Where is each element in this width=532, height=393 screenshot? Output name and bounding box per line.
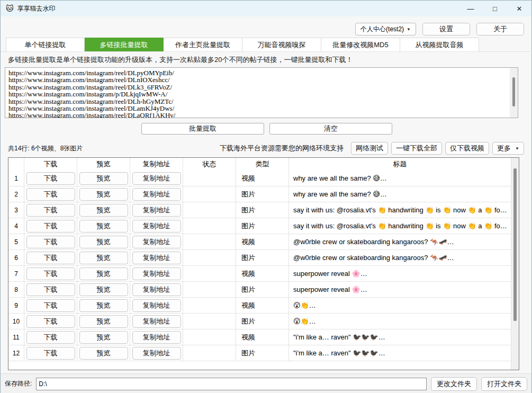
row-download-button[interactable]: 下载 <box>26 172 75 185</box>
row-status <box>183 314 236 329</box>
row-download-button[interactable]: 下载 <box>26 315 75 328</box>
row-preview-button[interactable]: 预览 <box>79 236 128 248</box>
table-scrollbar-thumb[interactable] <box>513 168 517 321</box>
row-download-button[interactable]: 下载 <box>26 236 75 248</box>
row-number: 3 <box>8 202 24 218</box>
row-preview-button[interactable]: 预览 <box>79 172 128 185</box>
row-type: 视频 <box>236 171 289 186</box>
row-status <box>183 329 236 345</box>
table-body: 1 下载 预览 复制地址 视频 why are we all the same?… <box>8 171 519 361</box>
row-preview-button[interactable]: 预览 <box>79 299 128 312</box>
row-copy-address-button[interactable]: 复制地址 <box>132 172 181 185</box>
settings-button[interactable]: 设置 <box>422 23 470 35</box>
tab-extract-audio[interactable]: 从视频提取音频 <box>400 38 479 51</box>
row-download-button[interactable]: 下载 <box>26 299 75 312</box>
row-copy-address-button[interactable]: 复制地址 <box>132 283 181 296</box>
row-download-button[interactable]: 下载 <box>26 252 75 264</box>
account-dropdown-label: 个人中心(test2) <box>360 25 404 34</box>
change-folder-button[interactable]: 更改文件夹 <box>431 377 477 391</box>
row-download-button[interactable]: 下载 <box>26 283 75 296</box>
row-type: 视频 <box>236 298 289 313</box>
row-copy-address-button[interactable]: 复制地址 <box>132 267 181 280</box>
row-preview-button[interactable]: 预览 <box>79 315 128 328</box>
window-controls: — □ ✕ <box>458 1 531 16</box>
network-hint-text: 下载海外平台资源需要您的网络环境支持 <box>220 144 344 153</box>
row-number: 6 <box>8 250 24 265</box>
more-dropdown-label: 更多 <box>497 144 511 153</box>
network-test-button[interactable]: 网络测试 <box>351 142 388 155</box>
row-copy-address-button[interactable]: 复制地址 <box>132 220 181 233</box>
row-status <box>183 250 236 265</box>
tab-author-homepage-batch-extract[interactable]: 作者主页批量提取 <box>164 38 242 51</box>
url-line: https://www.instagram.com/instagram/reel… <box>8 76 517 83</box>
row-preview-button[interactable]: 预览 <box>79 267 128 280</box>
url-line: https://www.instagram.com/instagram/reel… <box>8 69 517 76</box>
close-button[interactable]: ✕ <box>507 1 531 16</box>
row-copy-address-button[interactable]: 复制地址 <box>132 315 181 328</box>
row-status <box>183 234 236 249</box>
batch-extract-button[interactable]: 批量提取 <box>141 123 264 135</box>
row-preview-button[interactable]: 预览 <box>79 252 128 264</box>
about-button[interactable]: 关于 <box>476 23 524 35</box>
tab-multi-link-batch-extract[interactable]: 多链接批量提取 <box>85 38 164 51</box>
row-copy-address-button[interactable]: 复制地址 <box>132 204 181 217</box>
url-scrollbar[interactable] <box>510 68 518 118</box>
maximize-button[interactable]: □ <box>483 1 507 16</box>
account-dropdown[interactable]: 个人中心(test2) ▼ <box>355 23 416 35</box>
tab-universal-sniffer[interactable]: 万能音视频嗅探 <box>242 38 321 51</box>
row-type: 视频 <box>236 329 289 345</box>
row-preview-button[interactable]: 预览 <box>79 188 128 201</box>
row-status <box>183 282 236 297</box>
download-all-button[interactable]: 一键下载全部 <box>391 142 442 155</box>
row-number: 10 <box>8 314 24 329</box>
row-preview-button[interactable]: 预览 <box>79 283 128 296</box>
col-header-status: 状态 <box>183 158 236 171</box>
chevron-down-icon: ▼ <box>515 146 519 151</box>
row-title: 😲👏… <box>289 298 511 313</box>
table-row: 2 下载 预览 复制地址 图片 why are we all the same?… <box>8 186 511 202</box>
row-copy-address-button[interactable]: 复制地址 <box>132 299 181 312</box>
row-number: 4 <box>8 218 24 234</box>
table-row: 11 下载 预览 复制地址 视频 "i'm like a… raven" 🐦‍⬛… <box>8 329 511 345</box>
col-header-copy: 复制地址 <box>130 158 183 171</box>
open-folder-button[interactable]: 打开文件夹 <box>481 377 527 391</box>
row-download-button[interactable]: 下载 <box>26 267 75 280</box>
row-title: "i'm like a… raven" 🐦‍⬛🐦‍⬛🐦‍⬛… <box>289 345 511 361</box>
row-status <box>183 266 236 281</box>
row-copy-address-button[interactable]: 复制地址 <box>132 347 181 360</box>
row-download-button[interactable]: 下载 <box>26 347 75 360</box>
col-header-type: 类型 <box>236 158 289 171</box>
row-download-button[interactable]: 下载 <box>26 204 75 217</box>
col-header-title: 标题 <box>289 158 511 171</box>
row-download-button[interactable]: 下载 <box>26 220 75 233</box>
row-preview-button[interactable]: 预览 <box>79 204 128 217</box>
row-download-button[interactable]: 下载 <box>26 188 75 201</box>
window-title: 享享猫去水印 <box>17 4 56 13</box>
url-input[interactable]: https://www.instagram.com/instagram/reel… <box>5 67 518 118</box>
tab-bar: 单个链接提取 多链接批量提取 作者主页批量提取 万能音视频嗅探 批量修改视频MD… <box>6 38 479 51</box>
row-download-button[interactable]: 下载 <box>26 331 75 344</box>
row-status <box>183 345 236 361</box>
row-copy-address-button[interactable]: 复制地址 <box>132 331 181 344</box>
app-window: 🐱 享享猫去水印 — □ ✕ 个人中心(test2) ▼ 设置 关于 单个链接提… <box>0 0 532 393</box>
clear-button[interactable]: 清空 <box>269 123 392 135</box>
row-number: 2 <box>8 186 24 202</box>
row-number: 9 <box>8 298 24 313</box>
col-header-index <box>8 158 24 171</box>
save-path-input[interactable] <box>36 378 427 390</box>
download-videos-only-button[interactable]: 仅下载视频 <box>445 142 489 155</box>
url-scrollbar-thumb[interactable] <box>512 77 515 106</box>
main-content: 个人中心(test2) ▼ 设置 关于 单个链接提取 多链接批量提取 作者主页批… <box>1 16 531 393</box>
table-scrollbar[interactable] <box>511 158 519 370</box>
row-preview-button[interactable]: 预览 <box>79 347 128 360</box>
minimize-button[interactable]: — <box>458 1 483 16</box>
more-dropdown[interactable]: 更多 ▼ <box>492 142 524 155</box>
tab-single-link-extract[interactable]: 单个链接提取 <box>6 38 85 51</box>
table-row: 5 下载 预览 复制地址 视频 @w0rble crew or skateboa… <box>8 234 511 250</box>
row-preview-button[interactable]: 预览 <box>79 331 128 344</box>
row-copy-address-button[interactable]: 复制地址 <box>132 236 181 248</box>
row-copy-address-button[interactable]: 复制地址 <box>132 188 181 201</box>
tab-batch-modify-md5[interactable]: 批量修改视频MD5 <box>321 38 400 51</box>
row-copy-address-button[interactable]: 复制地址 <box>132 252 181 264</box>
row-preview-button[interactable]: 预览 <box>79 220 128 233</box>
